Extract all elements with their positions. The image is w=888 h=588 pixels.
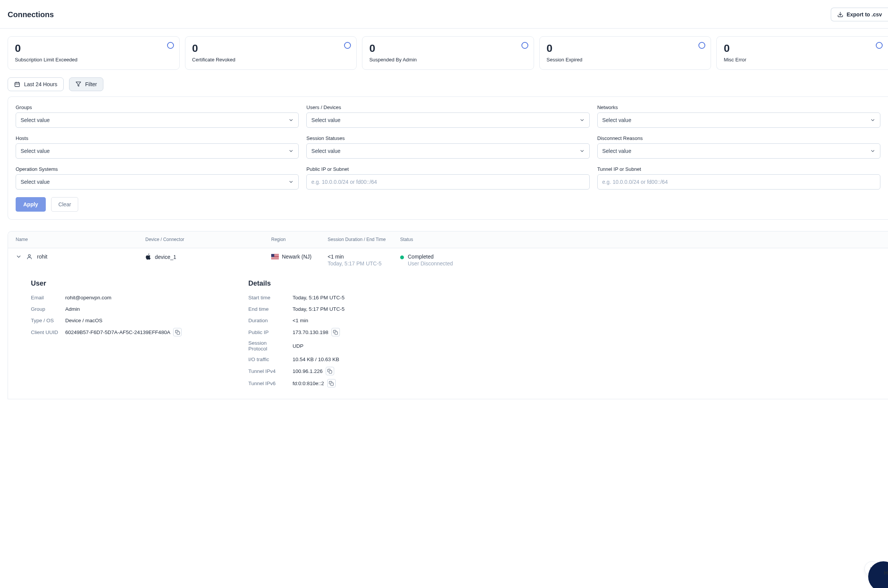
th-status: Status [400, 237, 880, 243]
chevron-down-icon [288, 148, 294, 154]
filter-tunnelip-label: Tunnel IP or Subnet [597, 166, 880, 172]
svg-rect-10 [331, 383, 333, 386]
stat-card-misc-error[interactable]: 0 Misc Error [716, 36, 888, 70]
filter-groups-select[interactable]: Select value [16, 112, 299, 128]
filter-hosts-select[interactable]: Select value [16, 143, 299, 159]
copy-tunnel4-button[interactable] [326, 367, 334, 375]
user-type-label: Type / OS [31, 318, 58, 323]
stat-card-certificate-revoked[interactable]: 0 Certificate Revoked [185, 36, 357, 70]
stat-cards-row: 0 Subscription Limit Exceeded 0 Certific… [0, 29, 888, 77]
filter-reasons-label: Disconnect Reasons [597, 135, 880, 141]
expanded-row-detail: User Emailrohit@openvpn.com GroupAdmin T… [8, 272, 888, 399]
filter-groups-label: Groups [16, 104, 299, 110]
ring-chart-icon [344, 42, 351, 49]
stat-label: Session Expired [547, 57, 704, 63]
th-name: Name [16, 237, 145, 243]
row-region: Newark (NJ) [282, 254, 312, 260]
chevron-down-icon [288, 117, 294, 123]
select-placeholder: Select value [311, 148, 340, 154]
stat-value: 0 [724, 43, 881, 55]
filter-publicip-label: Public IP or Subnet [306, 166, 589, 172]
filter-statuses-label: Session Statuses [306, 135, 589, 141]
stat-card-suspended-by-admin[interactable]: 0 Suspended By Admin [362, 36, 534, 70]
filter-panel: Groups Select value Users / Devices Sele… [8, 96, 888, 220]
chevron-down-icon [870, 148, 875, 154]
apply-button[interactable]: Apply [16, 197, 46, 212]
page-title: Connections [8, 10, 54, 19]
details-tunnel6-value: fd:0:0:810e::2 [293, 381, 324, 386]
copy-icon [333, 330, 338, 335]
details-end-label: End time [248, 306, 286, 312]
user-icon [26, 254, 32, 260]
filter-users-label: Users / Devices [306, 104, 589, 110]
status-dot-icon [400, 255, 404, 259]
ring-chart-icon [167, 42, 174, 49]
th-session: Session Duration / End Time [328, 237, 400, 243]
user-email-value: rohit@openvpn.com [65, 295, 111, 300]
filter-networks-label: Networks [597, 104, 880, 110]
timerange-label: Last 24 Hours [24, 81, 57, 87]
row-status: Completed [408, 254, 453, 260]
chevron-down-icon[interactable] [16, 254, 22, 260]
filter-reasons-select[interactable]: Select value [597, 143, 880, 159]
chevron-down-icon [870, 117, 875, 123]
details-start-label: Start time [248, 295, 286, 300]
stat-value: 0 [15, 43, 172, 55]
stat-card-subscription-limit[interactable]: 0 Subscription Limit Exceeded [8, 36, 180, 70]
filter-os-select[interactable]: Select value [16, 174, 299, 190]
export-csv-label: Export to .csv [846, 11, 882, 18]
details-end-value: Today, 5:17 PM UTC-5 [293, 306, 344, 312]
filter-button[interactable]: Filter [69, 77, 103, 91]
copy-icon [329, 381, 334, 386]
row-status-reason: User Disconnected [408, 260, 453, 267]
svg-rect-1 [15, 82, 19, 87]
us-flag-icon [271, 254, 279, 259]
copy-tunnel6-button[interactable] [327, 379, 336, 387]
stat-label: Subscription Limit Exceeded [15, 57, 172, 63]
copy-icon [327, 369, 332, 374]
details-io-value: 10.54 KB / 10.63 KB [293, 357, 339, 362]
select-placeholder: Select value [311, 117, 340, 123]
table-header: Name Device / Connector Region Session D… [8, 231, 888, 249]
details-duration-label: Duration [248, 318, 286, 323]
user-email-label: Email [31, 295, 58, 300]
calendar-icon [14, 81, 20, 87]
details-publicip-label: Public IP [248, 329, 286, 335]
clear-button[interactable]: Clear [51, 197, 78, 212]
copy-uuid-button[interactable] [173, 328, 182, 336]
svg-rect-7 [177, 332, 180, 334]
details-publicip-value: 173.70.130.198 [293, 329, 328, 335]
select-placeholder: Select value [21, 117, 50, 123]
row-session-duration: <1 min [328, 254, 400, 260]
timerange-button[interactable]: Last 24 Hours [8, 77, 64, 91]
details-start-value: Today, 5:16 PM UTC-5 [293, 295, 344, 300]
table-row[interactable]: rohit device_1 Newark (NJ) <1 min Today,… [8, 248, 888, 272]
user-uuid-label: Client UUID [31, 329, 58, 335]
select-placeholder: Select value [21, 148, 50, 154]
export-csv-button[interactable]: Export to .csv [831, 8, 888, 21]
svg-marker-5 [76, 82, 81, 86]
user-group-label: Group [31, 306, 58, 312]
th-device: Device / Connector [145, 237, 271, 243]
details-protocol-value: UDP [293, 343, 304, 349]
details-tunnel4-value: 100.96.1.226 [293, 368, 323, 374]
details-section-title: Details [248, 280, 880, 288]
select-placeholder: Select value [602, 117, 631, 123]
filter-statuses-select[interactable]: Select value [306, 143, 589, 159]
filter-users-select[interactable]: Select value [306, 112, 589, 128]
ring-chart-icon [876, 42, 883, 49]
details-duration-value: <1 min [293, 318, 308, 323]
filter-networks-select[interactable]: Select value [597, 112, 880, 128]
stat-value: 0 [547, 43, 704, 55]
svg-rect-8 [335, 332, 338, 334]
filter-publicip-input[interactable] [306, 174, 589, 190]
th-region: Region [271, 237, 328, 243]
copy-publicip-button[interactable] [331, 328, 340, 336]
stat-value: 0 [369, 43, 527, 55]
row-name: rohit [37, 254, 47, 260]
user-type-value: Device / macOS [65, 318, 103, 323]
stat-value: 0 [192, 43, 350, 55]
chevron-down-icon [579, 148, 585, 154]
stat-card-session-expired[interactable]: 0 Session Expired [539, 36, 711, 70]
filter-tunnelip-input[interactable] [597, 174, 880, 190]
